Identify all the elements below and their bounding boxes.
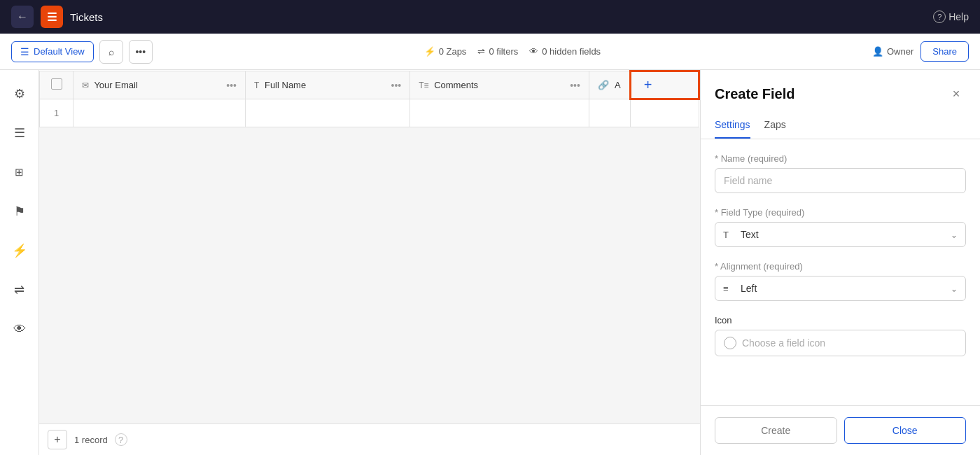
help-button[interactable]: ? Help: [933, 10, 969, 23]
create-label: Create: [761, 425, 790, 436]
eye-icon: 👁: [529, 46, 538, 57]
owner-button[interactable]: 👤 Owner: [872, 46, 913, 57]
ellipsis-icon: •••: [135, 46, 146, 57]
fullname-cell[interactable]: [245, 99, 410, 127]
close-panel-label: Close: [892, 425, 918, 436]
table-footer: + 1 record ?: [39, 424, 700, 455]
back-button[interactable]: ←: [11, 6, 34, 28]
alignment-asterisk: *: [715, 261, 720, 272]
row-number: 1: [40, 99, 74, 127]
icon-field-label: Icon: [715, 315, 966, 326]
checkbox-header[interactable]: [40, 71, 74, 99]
link-cell[interactable]: [589, 99, 630, 127]
name-field-label: * Name (required): [715, 153, 966, 164]
tab-zaps[interactable]: Zaps: [764, 112, 786, 139]
sidebar: ⚙ ☰ ⊞ ⚑ ⚡ ⇌ 👁: [0, 70, 39, 455]
record-count: 1 record: [74, 435, 108, 445]
settings-tab-label: Settings: [715, 119, 750, 130]
empty-cell: [630, 99, 699, 127]
sidebar-item-settings[interactable]: ⚙: [7, 81, 32, 106]
toolbar-left: ☰ Default View ⌕ •••: [11, 40, 153, 64]
back-icon: ←: [17, 10, 28, 23]
help-icon[interactable]: ?: [115, 433, 127, 446]
comments-icon: T≡: [419, 80, 428, 90]
fullname-col-more[interactable]: •••: [391, 80, 401, 91]
close-icon: ×: [953, 87, 960, 102]
hidden-fields-stat[interactable]: 👁 0 hidden fields: [529, 46, 601, 57]
create-button[interactable]: Create: [715, 417, 837, 444]
add-column-header[interactable]: +: [630, 71, 699, 99]
more-options-button[interactable]: •••: [129, 40, 153, 64]
field-type-asterisk: *: [715, 207, 721, 218]
name-label-text: *: [715, 153, 721, 164]
email-cell[interactable]: [74, 99, 246, 127]
comments-col-label: Comments: [434, 80, 478, 90]
fullname-col-label: Full Name: [265, 80, 306, 90]
panel-header: Create Field ×: [701, 70, 980, 104]
toolbar: ☰ Default View ⌕ ••• ⚡ 0 Zaps ⇌ 0 filter…: [0, 34, 980, 70]
help-circle-icon: ?: [933, 10, 946, 23]
field-type-select-wrapper: Text Number Date Email URL Checkbox T: [715, 222, 966, 247]
owner-icon: 👤: [872, 46, 883, 57]
fullname-header[interactable]: T Full Name •••: [245, 71, 410, 99]
filter-sidebar-icon: ⇌: [14, 282, 24, 298]
icon-placeholder: Choose a field icon: [742, 337, 825, 349]
sidebar-item-flag[interactable]: ⚑: [7, 199, 32, 224]
fullname-col-content: T Full Name: [254, 80, 306, 90]
email-col-label: Your Email: [94, 80, 137, 90]
flag-icon: ⚑: [14, 204, 25, 219]
sidebar-item-zap[interactable]: ⚡: [7, 238, 32, 263]
name-label-required: (required): [748, 153, 787, 164]
sidebar-item-eye[interactable]: 👁: [7, 316, 32, 342]
default-view-label: Default View: [34, 46, 85, 57]
hidden-fields-label: 0 hidden fields: [542, 46, 601, 57]
alignment-select-wrapper: Left Center Right ≡: [715, 276, 966, 301]
tab-settings[interactable]: Settings: [715, 112, 750, 139]
name-field-group: * Name (required): [715, 153, 966, 193]
link-header[interactable]: 🔗 A: [589, 71, 630, 99]
sidebar-item-filter[interactable]: ⇌: [7, 277, 32, 302]
app-icon: ☰: [41, 6, 63, 28]
owner-label: Owner: [887, 46, 913, 57]
share-label: Share: [932, 46, 957, 57]
zap-icon: ⚡: [424, 46, 435, 57]
text-icon: T: [254, 80, 259, 90]
add-row-button[interactable]: +: [48, 430, 67, 449]
name-input[interactable]: [715, 168, 966, 193]
field-type-select[interactable]: Text Number Date Email URL Checkbox: [715, 222, 966, 247]
comments-col-more[interactable]: •••: [570, 80, 580, 91]
share-button[interactable]: Share: [920, 41, 969, 62]
icon-field-input[interactable]: Choose a field icon: [715, 330, 966, 356]
sidebar-item-grid[interactable]: ⊞: [7, 160, 32, 185]
link-col-actions: 🔗 A: [598, 80, 621, 90]
checkbox-icon: [51, 78, 62, 90]
zaps-stat[interactable]: ⚡ 0 Zaps: [424, 46, 467, 57]
alignment-group: * Alignment (required) Left Center Right…: [715, 261, 966, 301]
search-button[interactable]: ⌕: [99, 40, 123, 64]
email-col-actions: ✉ Your Email •••: [82, 80, 237, 91]
name-label-main: Name: [721, 153, 746, 164]
alignment-required: (required): [763, 261, 802, 272]
default-view-button[interactable]: ☰ Default View: [11, 41, 94, 62]
list-icon: ☰: [14, 125, 25, 141]
link-icon: 🔗: [598, 80, 609, 90]
help-label: Help: [948, 11, 969, 22]
field-type-group: * Field Type (required) Text Number Date…: [715, 207, 966, 247]
main-content: ⚙ ☰ ⊞ ⚑ ⚡ ⇌ 👁: [0, 70, 980, 455]
sidebar-item-list[interactable]: ☰: [7, 120, 32, 146]
comments-cell[interactable]: [410, 99, 589, 127]
alignment-label: * Alignment (required): [715, 261, 966, 272]
filter-icon: ⇌: [477, 46, 485, 57]
table-wrapper[interactable]: ✉ Your Email ••• T Full Name: [39, 70, 700, 424]
fullname-col-actions: T Full Name •••: [254, 80, 401, 91]
email-header[interactable]: ✉ Your Email •••: [74, 71, 246, 99]
filters-label: 0 filters: [489, 46, 518, 57]
filters-stat[interactable]: ⇌ 0 filters: [477, 46, 518, 57]
email-col-more[interactable]: •••: [226, 80, 237, 91]
alignment-select[interactable]: Left Center Right: [715, 276, 966, 301]
add-column-button[interactable]: +: [631, 73, 665, 98]
close-panel-button[interactable]: Close: [844, 417, 967, 444]
panel-close-button[interactable]: ×: [946, 84, 966, 104]
comments-header[interactable]: T≡ Comments •••: [410, 71, 589, 99]
add-row-icon: +: [54, 433, 60, 446]
